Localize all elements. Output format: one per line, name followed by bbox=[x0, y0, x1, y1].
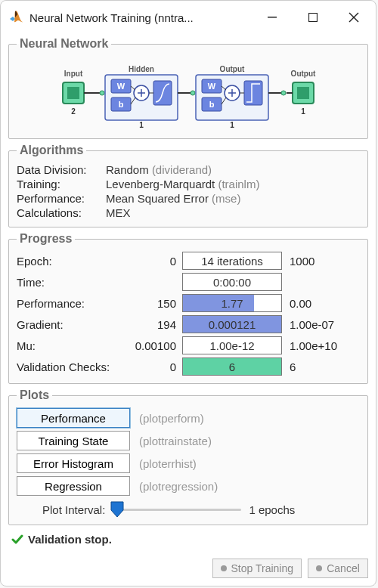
plot-interval-value: 1 epochs bbox=[249, 503, 295, 516]
validation-end: 6 bbox=[282, 361, 344, 373]
svg-text:1: 1 bbox=[301, 107, 305, 116]
slider-thumb-icon bbox=[110, 501, 124, 518]
maximize-icon bbox=[308, 13, 318, 22]
status-text: Validation stop. bbox=[28, 533, 112, 546]
nntraintool-window: Neural Network Training (nntra... Neural… bbox=[0, 0, 376, 586]
plot-interval-label: Plot Interval: bbox=[42, 503, 105, 516]
gradient-end: 1.00e-07 bbox=[282, 318, 344, 331]
svg-point-41 bbox=[281, 91, 286, 95]
epoch-label: Epoch: bbox=[17, 255, 126, 268]
matlab-icon bbox=[8, 9, 23, 26]
time-label: Time: bbox=[17, 276, 126, 289]
record-dot-icon bbox=[316, 565, 322, 571]
window-title: Neural Network Training (nntra... bbox=[29, 11, 249, 24]
mu-label: Mu: bbox=[17, 339, 126, 352]
svg-text:Input: Input bbox=[64, 70, 83, 78]
svg-text:W: W bbox=[208, 82, 216, 91]
svg-rect-37 bbox=[244, 81, 262, 105]
stop-training-button[interactable]: Stop Training bbox=[212, 559, 302, 578]
plot-error-histogram-button[interactable]: Error Histogram bbox=[17, 453, 130, 473]
plot-training-state-fn: (plottrainstate) bbox=[139, 435, 212, 447]
plot-performance-fn: (plotperform) bbox=[139, 412, 204, 425]
network-diagram: Input 2 Hidden W b bbox=[17, 57, 360, 131]
algorithms-legend: Algorithms bbox=[17, 144, 86, 157]
svg-text:Hidden: Hidden bbox=[129, 65, 154, 73]
plot-interval-slider[interactable] bbox=[113, 502, 241, 517]
mu-end: 1.00e+10 bbox=[282, 339, 344, 352]
svg-text:b: b bbox=[119, 100, 124, 109]
epoch-start: 0 bbox=[126, 255, 182, 268]
mu-start: 0.00100 bbox=[126, 339, 182, 352]
record-dot-icon bbox=[221, 565, 227, 571]
perf-start: 150 bbox=[126, 297, 182, 310]
check-icon bbox=[11, 534, 23, 546]
status-row: Validation stop. bbox=[8, 530, 368, 547]
data-division-value: Random (dividerand) bbox=[106, 163, 360, 176]
svg-text:1: 1 bbox=[230, 121, 234, 129]
svg-rect-0 bbox=[268, 17, 277, 18]
calculations-label: Calculations: bbox=[17, 206, 106, 219]
svg-rect-44 bbox=[297, 87, 309, 99]
close-icon bbox=[349, 12, 359, 23]
performance-value: Mean Squared Error (mse) bbox=[106, 192, 360, 205]
svg-text:b: b bbox=[209, 100, 215, 109]
plot-regression-fn: (plotregression) bbox=[139, 480, 218, 493]
perf-bar: 1.77 bbox=[182, 294, 282, 312]
svg-rect-1 bbox=[309, 14, 318, 22]
algorithms-panel: Algorithms Data Division: Random (divide… bbox=[8, 144, 368, 227]
plot-regression-button[interactable]: Regression bbox=[17, 476, 130, 496]
training-value: Levenberg-Marquardt (trainlm) bbox=[106, 178, 360, 190]
perf-end: 0.00 bbox=[282, 297, 344, 310]
plots-legend: Plots bbox=[17, 388, 52, 402]
plot-performance-button[interactable]: Performance bbox=[17, 408, 130, 428]
performance-label: Performance: bbox=[17, 192, 106, 205]
validation-bar: 6 bbox=[182, 357, 282, 376]
footer: Stop Training Cancel bbox=[1, 554, 376, 586]
validation-start: 0 bbox=[126, 361, 182, 373]
close-button[interactable] bbox=[336, 2, 371, 32]
cancel-button[interactable]: Cancel bbox=[308, 559, 368, 578]
plots-panel: Plots Performance (plotperform) Training… bbox=[8, 388, 368, 525]
svg-text:W: W bbox=[117, 82, 125, 91]
svg-text:2: 2 bbox=[71, 107, 76, 116]
calculations-value: MEX bbox=[106, 206, 360, 219]
svg-point-25 bbox=[191, 91, 195, 95]
progress-panel: Progress Epoch: 0 14 iterations 1000 Tim… bbox=[8, 232, 368, 384]
progress-legend: Progress bbox=[17, 232, 75, 246]
gradient-start: 194 bbox=[126, 318, 182, 331]
time-bar: 0:00:00 bbox=[182, 273, 282, 291]
gradient-bar: 0.000121 bbox=[182, 315, 282, 333]
svg-point-9 bbox=[100, 91, 104, 95]
minimize-icon bbox=[268, 13, 277, 22]
perf-label: Performance: bbox=[17, 297, 126, 310]
plot-error-histogram-fn: (ploterrhist) bbox=[139, 457, 197, 470]
validation-label: Validation Checks: bbox=[17, 361, 126, 373]
minimize-button[interactable] bbox=[255, 2, 290, 32]
epoch-bar: 14 iterations bbox=[182, 252, 282, 270]
epoch-end: 1000 bbox=[282, 255, 344, 268]
gradient-label: Gradient: bbox=[17, 318, 126, 331]
svg-text:1: 1 bbox=[139, 121, 144, 129]
training-label: Training: bbox=[17, 178, 106, 190]
titlebar: Neural Network Training (nntra... bbox=[1, 1, 376, 34]
svg-text:Output: Output bbox=[291, 70, 316, 78]
mu-bar: 1.00e-12 bbox=[182, 336, 282, 354]
svg-text:Output: Output bbox=[220, 65, 245, 73]
svg-rect-6 bbox=[67, 87, 79, 99]
plot-training-state-button[interactable]: Training State bbox=[17, 431, 130, 450]
neural-network-panel: Neural Network Input 2 Hidden W bbox=[8, 37, 368, 139]
maximize-button[interactable] bbox=[296, 2, 330, 32]
data-division-label: Data Division: bbox=[17, 163, 106, 176]
neural-network-legend: Neural Network bbox=[17, 37, 111, 51]
